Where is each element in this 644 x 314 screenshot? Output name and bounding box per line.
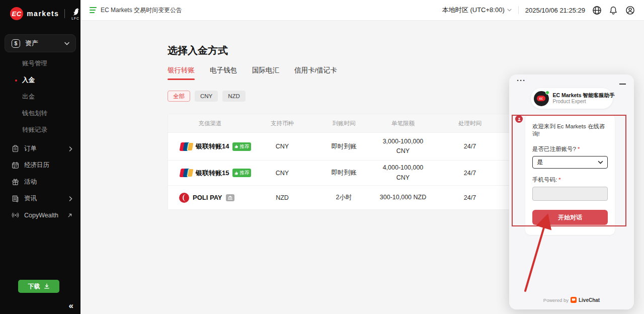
agent-avatar: EC — [534, 91, 549, 106]
agent-header: EC EC Markets 智能客服助手 Product Expert — [531, 88, 613, 109]
announcement-text: EC Markets 交易时间变更公告 — [101, 6, 182, 15]
topbar-right: 本地时区 (UTC+8:00) 2025/10/06 21:25:29 — [442, 5, 635, 15]
registered-question-label: 是否已注册账号?* — [532, 145, 608, 153]
cell-hours: 24/7 — [431, 143, 509, 150]
sub-item-label: 账号管理 — [22, 59, 47, 68]
bank-transfer-icon — [226, 194, 234, 201]
assets-submenu: 账号管理 入金 出金 钱包划转 转账记录 — [0, 52, 80, 140]
notifications-bell-button[interactable] — [608, 5, 618, 15]
required-mark: * — [558, 177, 560, 183]
sidebar-item-news[interactable]: 资讯 — [0, 190, 80, 207]
agent-subtitle: Product Expert — [553, 99, 615, 105]
table-row[interactable]: POLI PAY NZD 2小时 300-10,000 NZD 24/7 — [168, 185, 509, 209]
chevron-right-icon — [69, 146, 72, 151]
bot-avatar-icon — [515, 115, 523, 123]
table-row[interactable]: 银联转账14 推荐 CNY 即时到账 3,000-100,000 CNY 24/… — [168, 132, 509, 160]
nav-item-label: 活动 — [24, 178, 72, 186]
channel-name: 银联转账15 — [196, 169, 229, 178]
gift-icon — [11, 178, 19, 186]
tab-e-wallet[interactable]: 电子钱包 — [210, 66, 237, 80]
sub-item-label: 出金 — [22, 93, 35, 101]
cell-arrival: 2小时 — [312, 193, 375, 202]
filter-nzd[interactable]: NZD — [222, 91, 246, 102]
sub-item-label: 钱包划转 — [22, 109, 47, 118]
phone-input[interactable] — [532, 187, 608, 201]
sidebar-item-copywealth[interactable]: CopyWealth — [0, 207, 80, 223]
cell-currency: CNY — [252, 143, 312, 150]
recommended-badge: 推荐 — [232, 169, 251, 177]
table-row[interactable]: 银联转账15 推荐 CNY 即时到账 4,000-100,000 CNY 24/… — [168, 160, 509, 185]
nav-item-label: 资讯 — [24, 194, 64, 203]
nav-item-label: 订单 — [24, 144, 64, 153]
sidebar-item-deposit[interactable]: 入金 — [0, 72, 80, 89]
nav-item-label: CopyWealth — [24, 212, 62, 219]
download-icon — [44, 283, 50, 289]
sidebar-item-transfer-records[interactable]: 转账记录 — [0, 122, 80, 138]
chat-minimize-button[interactable] — [619, 84, 626, 85]
livechat-logo-icon — [571, 297, 577, 303]
logo-divider — [64, 9, 65, 18]
ec-logo-text: EC — [12, 10, 22, 18]
filter-cny[interactable]: CNY — [195, 91, 218, 102]
collapse-sidebar-button[interactable]: « — [69, 301, 73, 311]
col-header-arrival: 到账时间 — [312, 120, 375, 127]
chevron-down-icon — [598, 161, 603, 164]
sidebar-item-assets[interactable]: $ 资产 — [5, 34, 76, 52]
sidebar-item-wallet-transfer[interactable]: 钱包划转 — [0, 105, 80, 122]
deposit-channels-table: 充值渠道 支持币种 到账时间 单笔限额 处理时间 银联转账14 推荐 CNY 即… — [168, 114, 510, 210]
clipboard-icon — [11, 145, 19, 153]
sidebar-item-economic-calendar[interactable]: 经济日历 — [0, 157, 80, 174]
datetime-display: 2025/10/06 21:25:29 — [525, 7, 585, 14]
sidebar-item-withdrawal[interactable]: 出金 — [0, 89, 80, 105]
channel-name: 银联转账14 — [196, 142, 229, 151]
assets-label: 资产 — [25, 39, 59, 48]
agent-title: EC Markets 智能客服助手 — [553, 92, 615, 99]
announcement-link[interactable]: EC Markets 交易时间变更公告 — [90, 6, 182, 15]
tab-international-wire[interactable]: 国际电汇 — [252, 66, 279, 80]
powered-by-label: Powered by — [543, 297, 569, 303]
filter-all[interactable]: 全部 — [168, 91, 190, 102]
topbar: EC Markets 交易时间变更公告 本地时区 (UTC+8:00) 2025… — [80, 0, 644, 21]
livechat-widget: ··· EC EC Markets 智能客服助手 Product Expert … — [509, 74, 634, 309]
language-globe-button[interactable] — [592, 5, 602, 15]
registered-select[interactable]: 是 — [532, 156, 608, 169]
chat-message: 欢迎来到 Ec Markets 在线咨询! 是否已注册账号?* 是 手机号码:*… — [509, 114, 634, 235]
channel-name: POLI PAY — [193, 194, 222, 201]
announcement-icon — [90, 7, 97, 14]
unionpay-icon — [179, 142, 192, 151]
livechat-brand-link[interactable]: LiveChat — [579, 297, 600, 303]
sidebar-item-account-management[interactable]: 账号管理 — [0, 55, 80, 72]
liver-bird-icon — [70, 7, 80, 17]
markets-logo-text: markets — [27, 10, 59, 18]
sidebar-item-promotions[interactable]: 活动 — [0, 174, 80, 190]
nav-item-label: 经济日历 — [24, 161, 72, 170]
sidebar: EC markets LFC $ 资产 账号管理 入金 出金 钱包划转 转账记录 — [0, 0, 80, 314]
download-button[interactable]: 下载 — [18, 280, 59, 293]
chat-footer: Powered by LiveChat — [509, 297, 634, 303]
cell-hours: 24/7 — [431, 170, 509, 177]
sub-item-label: 入金 — [22, 76, 35, 85]
calendar-icon — [11, 162, 19, 170]
required-mark: * — [578, 146, 580, 152]
tab-credit-debit-card[interactable]: 信用卡/借记卡 — [294, 66, 337, 80]
thumb-up-icon — [234, 171, 238, 175]
col-header-channel: 充值渠道 — [168, 120, 252, 127]
deposit-content: 选择入金方式 银行转账 电子钱包 国际电汇 信用卡/借记卡 全部 CNY NZD… — [168, 21, 510, 210]
recommended-badge: 推荐 — [232, 142, 251, 151]
lfc-logo: LFC — [70, 7, 80, 21]
timezone-selector[interactable]: 本地时区 (UTC+8:00) — [442, 6, 512, 15]
currency-filters: 全部 CNY NZD — [168, 91, 510, 102]
tab-bank-transfer[interactable]: 银行转账 — [168, 66, 195, 80]
chevron-down-icon — [507, 9, 512, 12]
start-chat-button[interactable]: 开始对话 — [532, 210, 608, 225]
broadcast-icon — [11, 211, 19, 219]
chevron-right-icon — [69, 196, 72, 201]
chat-menu-button[interactable]: ··· — [517, 76, 526, 85]
brand-logo: EC markets LFC — [0, 0, 80, 27]
cell-limit: 3,000-100,000 CNY — [378, 137, 428, 156]
dollar-icon: $ — [12, 39, 20, 48]
sidebar-item-orders[interactable]: 订单 — [0, 140, 80, 157]
account-avatar-button[interactable] — [625, 5, 635, 15]
lfc-label: LFC — [71, 17, 79, 21]
external-link-icon — [67, 213, 72, 218]
